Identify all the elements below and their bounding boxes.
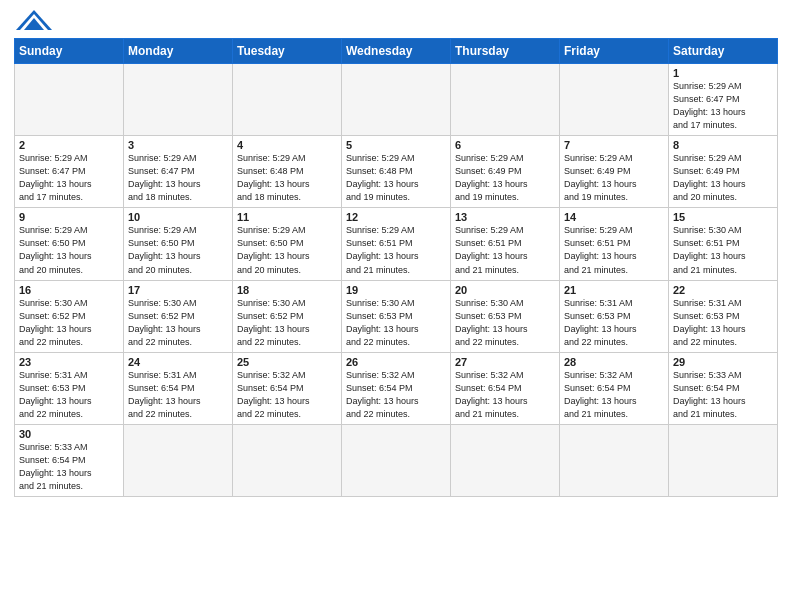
day-number: 1 bbox=[673, 67, 773, 79]
day-cell: 5Sunrise: 5:29 AM Sunset: 6:48 PM Daylig… bbox=[342, 136, 451, 208]
day-cell: 14Sunrise: 5:29 AM Sunset: 6:51 PM Dayli… bbox=[560, 208, 669, 280]
logo bbox=[14, 10, 52, 34]
day-info: Sunrise: 5:33 AM Sunset: 6:54 PM Dayligh… bbox=[19, 441, 119, 493]
day-info: Sunrise: 5:30 AM Sunset: 6:52 PM Dayligh… bbox=[19, 297, 119, 349]
day-cell: 30Sunrise: 5:33 AM Sunset: 6:54 PM Dayli… bbox=[15, 424, 124, 496]
day-info: Sunrise: 5:29 AM Sunset: 6:50 PM Dayligh… bbox=[237, 224, 337, 276]
day-cell: 23Sunrise: 5:31 AM Sunset: 6:53 PM Dayli… bbox=[15, 352, 124, 424]
day-cell: 25Sunrise: 5:32 AM Sunset: 6:54 PM Dayli… bbox=[233, 352, 342, 424]
day-number: 15 bbox=[673, 211, 773, 223]
day-cell: 18Sunrise: 5:30 AM Sunset: 6:52 PM Dayli… bbox=[233, 280, 342, 352]
day-number: 2 bbox=[19, 139, 119, 151]
day-number: 22 bbox=[673, 284, 773, 296]
header bbox=[14, 10, 778, 34]
day-cell bbox=[233, 424, 342, 496]
weekday-wednesday: Wednesday bbox=[342, 39, 451, 64]
day-cell: 4Sunrise: 5:29 AM Sunset: 6:48 PM Daylig… bbox=[233, 136, 342, 208]
day-number: 5 bbox=[346, 139, 446, 151]
day-cell bbox=[451, 64, 560, 136]
day-cell: 26Sunrise: 5:32 AM Sunset: 6:54 PM Dayli… bbox=[342, 352, 451, 424]
day-number: 17 bbox=[128, 284, 228, 296]
day-cell bbox=[124, 424, 233, 496]
day-number: 26 bbox=[346, 356, 446, 368]
day-cell: 8Sunrise: 5:29 AM Sunset: 6:49 PM Daylig… bbox=[669, 136, 778, 208]
day-cell: 1Sunrise: 5:29 AM Sunset: 6:47 PM Daylig… bbox=[669, 64, 778, 136]
day-cell bbox=[669, 424, 778, 496]
day-info: Sunrise: 5:29 AM Sunset: 6:47 PM Dayligh… bbox=[128, 152, 228, 204]
weekday-saturday: Saturday bbox=[669, 39, 778, 64]
day-cell bbox=[15, 64, 124, 136]
week-row-2: 2Sunrise: 5:29 AM Sunset: 6:47 PM Daylig… bbox=[15, 136, 778, 208]
day-number: 30 bbox=[19, 428, 119, 440]
day-number: 18 bbox=[237, 284, 337, 296]
day-cell: 19Sunrise: 5:30 AM Sunset: 6:53 PM Dayli… bbox=[342, 280, 451, 352]
weekday-thursday: Thursday bbox=[451, 39, 560, 64]
day-number: 19 bbox=[346, 284, 446, 296]
day-info: Sunrise: 5:29 AM Sunset: 6:48 PM Dayligh… bbox=[237, 152, 337, 204]
day-cell: 3Sunrise: 5:29 AM Sunset: 6:47 PM Daylig… bbox=[124, 136, 233, 208]
day-cell bbox=[342, 424, 451, 496]
day-info: Sunrise: 5:32 AM Sunset: 6:54 PM Dayligh… bbox=[237, 369, 337, 421]
day-cell bbox=[342, 64, 451, 136]
day-cell: 13Sunrise: 5:29 AM Sunset: 6:51 PM Dayli… bbox=[451, 208, 560, 280]
day-info: Sunrise: 5:30 AM Sunset: 6:52 PM Dayligh… bbox=[128, 297, 228, 349]
week-row-1: 1Sunrise: 5:29 AM Sunset: 6:47 PM Daylig… bbox=[15, 64, 778, 136]
week-row-5: 23Sunrise: 5:31 AM Sunset: 6:53 PM Dayli… bbox=[15, 352, 778, 424]
day-info: Sunrise: 5:30 AM Sunset: 6:53 PM Dayligh… bbox=[455, 297, 555, 349]
day-number: 11 bbox=[237, 211, 337, 223]
weekday-sunday: Sunday bbox=[15, 39, 124, 64]
day-cell: 16Sunrise: 5:30 AM Sunset: 6:52 PM Dayli… bbox=[15, 280, 124, 352]
day-cell: 12Sunrise: 5:29 AM Sunset: 6:51 PM Dayli… bbox=[342, 208, 451, 280]
day-number: 4 bbox=[237, 139, 337, 151]
day-number: 13 bbox=[455, 211, 555, 223]
day-cell: 11Sunrise: 5:29 AM Sunset: 6:50 PM Dayli… bbox=[233, 208, 342, 280]
day-info: Sunrise: 5:31 AM Sunset: 6:53 PM Dayligh… bbox=[564, 297, 664, 349]
day-cell bbox=[124, 64, 233, 136]
week-row-4: 16Sunrise: 5:30 AM Sunset: 6:52 PM Dayli… bbox=[15, 280, 778, 352]
day-info: Sunrise: 5:31 AM Sunset: 6:53 PM Dayligh… bbox=[19, 369, 119, 421]
day-number: 10 bbox=[128, 211, 228, 223]
calendar-table: SundayMondayTuesdayWednesdayThursdayFrid… bbox=[14, 38, 778, 497]
day-cell bbox=[233, 64, 342, 136]
day-info: Sunrise: 5:29 AM Sunset: 6:49 PM Dayligh… bbox=[673, 152, 773, 204]
day-number: 9 bbox=[19, 211, 119, 223]
day-cell: 10Sunrise: 5:29 AM Sunset: 6:50 PM Dayli… bbox=[124, 208, 233, 280]
logo-icon bbox=[16, 10, 52, 34]
day-number: 14 bbox=[564, 211, 664, 223]
day-cell: 27Sunrise: 5:32 AM Sunset: 6:54 PM Dayli… bbox=[451, 352, 560, 424]
day-number: 24 bbox=[128, 356, 228, 368]
day-info: Sunrise: 5:29 AM Sunset: 6:51 PM Dayligh… bbox=[564, 224, 664, 276]
day-info: Sunrise: 5:30 AM Sunset: 6:52 PM Dayligh… bbox=[237, 297, 337, 349]
weekday-header-row: SundayMondayTuesdayWednesdayThursdayFrid… bbox=[15, 39, 778, 64]
day-cell: 7Sunrise: 5:29 AM Sunset: 6:49 PM Daylig… bbox=[560, 136, 669, 208]
day-number: 27 bbox=[455, 356, 555, 368]
day-info: Sunrise: 5:32 AM Sunset: 6:54 PM Dayligh… bbox=[564, 369, 664, 421]
day-number: 8 bbox=[673, 139, 773, 151]
day-cell bbox=[560, 64, 669, 136]
day-info: Sunrise: 5:31 AM Sunset: 6:53 PM Dayligh… bbox=[673, 297, 773, 349]
day-number: 23 bbox=[19, 356, 119, 368]
day-number: 3 bbox=[128, 139, 228, 151]
weekday-monday: Monday bbox=[124, 39, 233, 64]
day-info: Sunrise: 5:33 AM Sunset: 6:54 PM Dayligh… bbox=[673, 369, 773, 421]
day-number: 25 bbox=[237, 356, 337, 368]
day-number: 21 bbox=[564, 284, 664, 296]
day-number: 29 bbox=[673, 356, 773, 368]
day-info: Sunrise: 5:29 AM Sunset: 6:51 PM Dayligh… bbox=[455, 224, 555, 276]
day-cell: 15Sunrise: 5:30 AM Sunset: 6:51 PM Dayli… bbox=[669, 208, 778, 280]
day-cell: 29Sunrise: 5:33 AM Sunset: 6:54 PM Dayli… bbox=[669, 352, 778, 424]
day-info: Sunrise: 5:29 AM Sunset: 6:47 PM Dayligh… bbox=[673, 80, 773, 132]
day-info: Sunrise: 5:31 AM Sunset: 6:54 PM Dayligh… bbox=[128, 369, 228, 421]
day-cell: 24Sunrise: 5:31 AM Sunset: 6:54 PM Dayli… bbox=[124, 352, 233, 424]
day-cell: 28Sunrise: 5:32 AM Sunset: 6:54 PM Dayli… bbox=[560, 352, 669, 424]
day-info: Sunrise: 5:29 AM Sunset: 6:50 PM Dayligh… bbox=[128, 224, 228, 276]
day-cell: 17Sunrise: 5:30 AM Sunset: 6:52 PM Dayli… bbox=[124, 280, 233, 352]
day-cell bbox=[451, 424, 560, 496]
day-info: Sunrise: 5:30 AM Sunset: 6:51 PM Dayligh… bbox=[673, 224, 773, 276]
day-cell: 21Sunrise: 5:31 AM Sunset: 6:53 PM Dayli… bbox=[560, 280, 669, 352]
day-cell: 6Sunrise: 5:29 AM Sunset: 6:49 PM Daylig… bbox=[451, 136, 560, 208]
weekday-friday: Friday bbox=[560, 39, 669, 64]
day-number: 6 bbox=[455, 139, 555, 151]
day-number: 12 bbox=[346, 211, 446, 223]
day-info: Sunrise: 5:29 AM Sunset: 6:49 PM Dayligh… bbox=[455, 152, 555, 204]
